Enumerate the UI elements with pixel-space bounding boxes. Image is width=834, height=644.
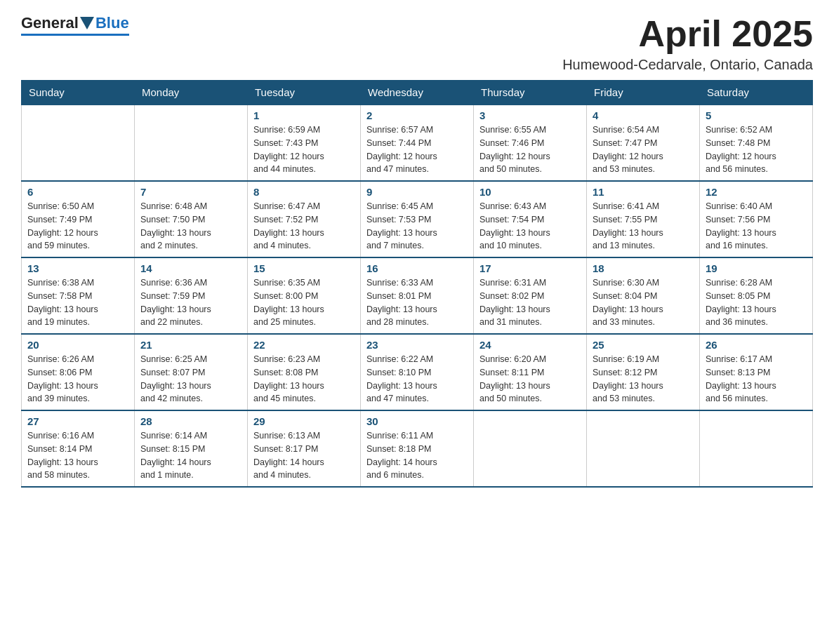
day-info: Sunrise: 6:23 AMSunset: 8:08 PMDaylight:… [253, 353, 355, 405]
day-number: 19 [706, 262, 807, 274]
calendar-cell: 1Sunrise: 6:59 AMSunset: 7:43 PMDaylight… [248, 105, 361, 181]
calendar-cell: 18Sunrise: 6:30 AMSunset: 8:04 PMDayligh… [587, 257, 700, 334]
calendar-cell: 16Sunrise: 6:33 AMSunset: 8:01 PMDayligh… [361, 257, 474, 334]
weekday-header-saturday: Saturday [700, 81, 813, 105]
day-number: 12 [706, 186, 807, 198]
day-info: Sunrise: 6:14 AMSunset: 8:15 PMDaylight:… [140, 429, 241, 482]
calendar-cell: 21Sunrise: 6:25 AMSunset: 8:07 PMDayligh… [135, 334, 248, 410]
day-number: 17 [479, 262, 581, 274]
day-number: 8 [253, 186, 355, 198]
day-info: Sunrise: 6:19 AMSunset: 8:12 PMDaylight:… [593, 353, 694, 405]
calendar-cell: 4Sunrise: 6:54 AMSunset: 7:47 PMDaylight… [587, 105, 700, 181]
day-info: Sunrise: 6:50 AMSunset: 7:49 PMDaylight:… [27, 200, 128, 253]
calendar-cell [135, 105, 248, 181]
day-number: 11 [593, 186, 694, 198]
day-number: 25 [593, 339, 694, 351]
calendar-cell: 11Sunrise: 6:41 AMSunset: 7:55 PMDayligh… [587, 181, 700, 257]
day-info: Sunrise: 6:55 AMSunset: 7:46 PMDaylight:… [479, 123, 581, 176]
calendar-cell: 26Sunrise: 6:17 AMSunset: 8:13 PMDayligh… [700, 334, 813, 410]
calendar-cell: 12Sunrise: 6:40 AMSunset: 7:56 PMDayligh… [700, 181, 813, 257]
day-number: 21 [140, 339, 241, 351]
day-info: Sunrise: 6:54 AMSunset: 7:47 PMDaylight:… [593, 123, 694, 176]
day-info: Sunrise: 6:48 AMSunset: 7:50 PMDaylight:… [140, 200, 241, 253]
calendar-cell: 9Sunrise: 6:45 AMSunset: 7:53 PMDaylight… [361, 181, 474, 257]
day-info: Sunrise: 6:36 AMSunset: 7:59 PMDaylight:… [140, 276, 241, 329]
weekday-header-sunday: Sunday [22, 81, 135, 105]
page-header: General Blue April 2025 Humewood-Cedarva… [21, 14, 813, 73]
calendar-cell: 22Sunrise: 6:23 AMSunset: 8:08 PMDayligh… [248, 334, 361, 410]
calendar-cell [700, 410, 813, 487]
calendar-cell: 20Sunrise: 6:26 AMSunset: 8:06 PMDayligh… [22, 334, 135, 410]
week-row-0: 1Sunrise: 6:59 AMSunset: 7:43 PMDaylight… [22, 105, 813, 181]
calendar-table: SundayMondayTuesdayWednesdayThursdayFrid… [21, 80, 813, 488]
day-number: 7 [140, 186, 241, 198]
day-info: Sunrise: 6:35 AMSunset: 8:00 PMDaylight:… [253, 276, 355, 329]
calendar-cell: 17Sunrise: 6:31 AMSunset: 8:02 PMDayligh… [474, 257, 587, 334]
week-row-3: 20Sunrise: 6:26 AMSunset: 8:06 PMDayligh… [22, 334, 813, 410]
day-number: 18 [593, 262, 694, 274]
logo: General Blue [21, 14, 129, 36]
day-info: Sunrise: 6:16 AMSunset: 8:14 PMDaylight:… [27, 429, 128, 482]
day-info: Sunrise: 6:25 AMSunset: 8:07 PMDaylight:… [140, 353, 241, 405]
day-info: Sunrise: 6:20 AMSunset: 8:11 PMDaylight:… [479, 353, 581, 405]
day-info: Sunrise: 6:45 AMSunset: 7:53 PMDaylight:… [366, 200, 468, 253]
day-number: 29 [253, 415, 355, 427]
week-row-2: 13Sunrise: 6:38 AMSunset: 7:58 PMDayligh… [22, 257, 813, 334]
calendar-cell: 27Sunrise: 6:16 AMSunset: 8:14 PMDayligh… [22, 410, 135, 487]
calendar-cell: 6Sunrise: 6:50 AMSunset: 7:49 PMDaylight… [22, 181, 135, 257]
logo-blue-text: Blue [95, 14, 129, 32]
calendar-cell [587, 410, 700, 487]
calendar-cell: 8Sunrise: 6:47 AMSunset: 7:52 PMDaylight… [248, 181, 361, 257]
calendar-cell: 25Sunrise: 6:19 AMSunset: 8:12 PMDayligh… [587, 334, 700, 410]
day-number: 28 [140, 415, 241, 427]
calendar-cell: 30Sunrise: 6:11 AMSunset: 8:18 PMDayligh… [361, 410, 474, 487]
day-number: 4 [593, 109, 694, 121]
day-number: 24 [479, 339, 581, 351]
calendar-cell: 7Sunrise: 6:48 AMSunset: 7:50 PMDaylight… [135, 181, 248, 257]
calendar-cell: 13Sunrise: 6:38 AMSunset: 7:58 PMDayligh… [22, 257, 135, 334]
day-info: Sunrise: 6:26 AMSunset: 8:06 PMDaylight:… [27, 353, 128, 405]
day-info: Sunrise: 6:33 AMSunset: 8:01 PMDaylight:… [366, 276, 468, 329]
week-row-4: 27Sunrise: 6:16 AMSunset: 8:14 PMDayligh… [22, 410, 813, 487]
weekday-header-wednesday: Wednesday [361, 81, 474, 105]
calendar-cell: 29Sunrise: 6:13 AMSunset: 8:17 PMDayligh… [248, 410, 361, 487]
day-info: Sunrise: 6:41 AMSunset: 7:55 PMDaylight:… [593, 200, 694, 253]
calendar-cell: 3Sunrise: 6:55 AMSunset: 7:46 PMDaylight… [474, 105, 587, 181]
day-number: 13 [27, 262, 128, 274]
day-number: 23 [366, 339, 468, 351]
logo-triangle-icon [80, 17, 94, 29]
day-number: 27 [27, 415, 128, 427]
calendar-cell: 28Sunrise: 6:14 AMSunset: 8:15 PMDayligh… [135, 410, 248, 487]
calendar-cell: 14Sunrise: 6:36 AMSunset: 7:59 PMDayligh… [135, 257, 248, 334]
day-info: Sunrise: 6:52 AMSunset: 7:48 PMDaylight:… [706, 123, 807, 176]
day-info: Sunrise: 6:59 AMSunset: 7:43 PMDaylight:… [253, 123, 355, 176]
calendar-cell: 5Sunrise: 6:52 AMSunset: 7:48 PMDaylight… [700, 105, 813, 181]
day-number: 15 [253, 262, 355, 274]
day-info: Sunrise: 6:40 AMSunset: 7:56 PMDaylight:… [706, 200, 807, 253]
location-title: Humewood-Cedarvale, Ontario, Canada [562, 57, 813, 73]
title-area: April 2025 Humewood-Cedarvale, Ontario, … [562, 14, 813, 73]
day-number: 2 [366, 109, 468, 121]
day-number: 22 [253, 339, 355, 351]
week-row-1: 6Sunrise: 6:50 AMSunset: 7:49 PMDaylight… [22, 181, 813, 257]
day-info: Sunrise: 6:22 AMSunset: 8:10 PMDaylight:… [366, 353, 468, 405]
calendar-cell: 2Sunrise: 6:57 AMSunset: 7:44 PMDaylight… [361, 105, 474, 181]
day-info: Sunrise: 6:31 AMSunset: 8:02 PMDaylight:… [479, 276, 581, 329]
calendar-cell [474, 410, 587, 487]
day-info: Sunrise: 6:13 AMSunset: 8:17 PMDaylight:… [253, 429, 355, 482]
day-number: 6 [27, 186, 128, 198]
calendar-cell: 10Sunrise: 6:43 AMSunset: 7:54 PMDayligh… [474, 181, 587, 257]
calendar-cell [22, 105, 135, 181]
day-info: Sunrise: 6:57 AMSunset: 7:44 PMDaylight:… [366, 123, 468, 176]
weekday-header-tuesday: Tuesday [248, 81, 361, 105]
day-number: 9 [366, 186, 468, 198]
weekday-header-monday: Monday [135, 81, 248, 105]
day-number: 10 [479, 186, 581, 198]
logo-underline [21, 34, 129, 36]
day-info: Sunrise: 6:11 AMSunset: 8:18 PMDaylight:… [366, 429, 468, 482]
month-title: April 2025 [562, 14, 813, 54]
day-number: 26 [706, 339, 807, 351]
day-number: 3 [479, 109, 581, 121]
calendar-cell: 15Sunrise: 6:35 AMSunset: 8:00 PMDayligh… [248, 257, 361, 334]
day-info: Sunrise: 6:17 AMSunset: 8:13 PMDaylight:… [706, 353, 807, 405]
